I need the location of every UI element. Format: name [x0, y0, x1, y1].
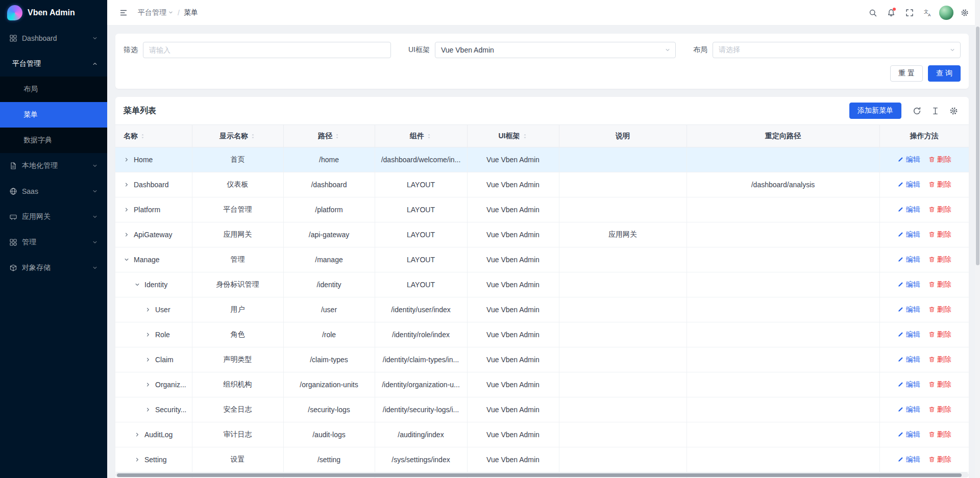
column-header-4[interactable]: 组件: [375, 125, 467, 147]
sidebar-item-manage[interactable]: 管理: [0, 230, 107, 255]
table-row-User[interactable]: User用户/user/identity/user/indexVue Vben …: [115, 297, 969, 322]
edit-link[interactable]: 编辑: [897, 255, 920, 264]
fullscreen-button[interactable]: [901, 5, 918, 21]
expand-caret[interactable]: [145, 332, 151, 338]
table-row-Setting[interactable]: Setting设置/setting/sys/settings/indexVue …: [115, 447, 969, 472]
edit-link[interactable]: 编辑: [897, 355, 920, 364]
filter-select-2[interactable]: Vue Vben Admin: [435, 42, 676, 58]
delete-link[interactable]: 删除: [928, 205, 951, 214]
logo[interactable]: Vben Admin: [0, 0, 107, 26]
table-row-Claim[interactable]: Claim声明类型/claim-types/identity/claim-typ…: [115, 347, 969, 372]
delete-link[interactable]: 删除: [928, 430, 951, 439]
delete-link[interactable]: 删除: [928, 155, 951, 164]
add-menu-button[interactable]: 添加新菜单: [849, 103, 901, 119]
table-row-Home[interactable]: Home首页/home/dashboard/welcome/in...Vue V…: [115, 147, 969, 172]
column-header-3[interactable]: 路径: [283, 125, 375, 147]
table-row-Manage[interactable]: Manage管理/manageLAYOUTVue Vben Admin编辑删除: [115, 247, 969, 272]
cell-description: [559, 147, 687, 172]
breadcrumb-item-2[interactable]: 菜单: [184, 8, 198, 17]
settings-button[interactable]: [957, 5, 973, 21]
table-row-Dashboard[interactable]: Dashboard仪表板/dashboardLAYOUTVue Vben Adm…: [115, 172, 969, 197]
sidebar-collapse-button[interactable]: [115, 5, 132, 21]
table-row-Identity[interactable]: Identity身份标识管理/identityLAYOUTVue Vben Ad…: [115, 272, 969, 297]
edit-link[interactable]: 编辑: [897, 380, 920, 389]
sidebar-item-saas[interactable]: Saas: [0, 179, 107, 204]
column-header-5[interactable]: UI框架: [467, 125, 559, 147]
expand-caret[interactable]: [145, 357, 151, 363]
sort-control[interactable]: [140, 133, 145, 140]
search-button[interactable]: 查 询: [928, 65, 961, 82]
edit-link[interactable]: 编辑: [897, 330, 920, 339]
sidebar-item-api-gateway[interactable]: 应用网关: [0, 204, 107, 230]
collapse-caret[interactable]: [134, 282, 140, 288]
delete-link[interactable]: 删除: [928, 305, 951, 314]
sort-control[interactable]: [250, 133, 256, 140]
column-header-2[interactable]: 显示名称: [192, 125, 283, 147]
filter-input[interactable]: [143, 42, 391, 58]
vertical-scrollbar[interactable]: [975, 0, 980, 478]
language-button[interactable]: 文A: [920, 5, 936, 21]
collapse-caret[interactable]: [124, 257, 130, 263]
delete-link[interactable]: 删除: [928, 330, 951, 339]
delete-link[interactable]: 删除: [928, 255, 951, 264]
edit-link[interactable]: 编辑: [897, 280, 920, 289]
cell-component: LAYOUT: [375, 222, 467, 247]
expand-caret[interactable]: [134, 457, 140, 463]
table-row-ApiGateway[interactable]: ApiGateway应用网关/api-gatewayLAYOUTVue Vben…: [115, 222, 969, 247]
edit-link[interactable]: 编辑: [897, 180, 920, 189]
table-row-Role[interactable]: Role角色/role/identity/role/indexVue Vben …: [115, 322, 969, 347]
expand-caret[interactable]: [145, 307, 151, 313]
row-height-button[interactable]: [928, 104, 942, 118]
user-avatar-button[interactable]: [938, 5, 954, 21]
expand-caret[interactable]: [124, 157, 130, 163]
edit-link[interactable]: 编辑: [897, 430, 920, 439]
table-settings-button[interactable]: [946, 104, 961, 118]
expand-caret[interactable]: [145, 382, 151, 388]
cell-component: /dashboard/welcome/in...: [375, 147, 467, 172]
sidebar-subitem-布局[interactable]: 布局: [0, 77, 107, 102]
refresh-button[interactable]: [910, 104, 924, 118]
delete-link[interactable]: 删除: [928, 180, 951, 189]
table-row-Platform[interactable]: Platform平台管理/platformLAYOUTVue Vben Admi…: [115, 197, 969, 222]
edit-link[interactable]: 编辑: [897, 205, 920, 214]
table-row-Security[interactable]: Security...安全日志/security-logs/identity/s…: [115, 397, 969, 422]
vertical-scrollbar-thumb[interactable]: [976, 27, 979, 265]
sort-control[interactable]: [334, 133, 340, 140]
table-row-Organiz[interactable]: Organiz...组织机构/organization-units/identi…: [115, 372, 969, 397]
sidebar-item-platform[interactable]: 平台管理: [0, 51, 107, 77]
sort-control[interactable]: [426, 133, 432, 140]
notifications-button[interactable]: [883, 5, 899, 21]
reset-button[interactable]: 重 置: [890, 65, 923, 82]
delete-link[interactable]: 删除: [928, 230, 951, 239]
horizontal-scrollbar[interactable]: [115, 472, 969, 477]
edit-link[interactable]: 编辑: [897, 230, 920, 239]
expand-caret[interactable]: [124, 207, 130, 213]
delete-link[interactable]: 删除: [928, 455, 951, 464]
delete-link[interactable]: 删除: [928, 380, 951, 389]
column-header-1[interactable]: 名称: [115, 125, 192, 147]
expand-caret[interactable]: [124, 232, 130, 238]
sort-control[interactable]: [522, 133, 528, 140]
expand-caret[interactable]: [145, 407, 151, 413]
expand-caret[interactable]: [124, 182, 130, 188]
row-name-text: ApiGateway: [134, 231, 172, 239]
sidebar-subitem-数据字典[interactable]: 数据字典: [0, 128, 107, 153]
search-button[interactable]: [865, 5, 881, 21]
sidebar-item-localization[interactable]: 本地化管理: [0, 153, 107, 179]
table-row-AuditLog[interactable]: AuditLog审计日志/audit-logs/auditing/indexVu…: [115, 422, 969, 447]
cell-display-name: 设置: [192, 447, 283, 472]
horizontal-scrollbar-thumb[interactable]: [117, 473, 962, 477]
edit-link[interactable]: 编辑: [897, 455, 920, 464]
edit-link[interactable]: 编辑: [897, 405, 920, 414]
delete-link[interactable]: 删除: [928, 355, 951, 364]
sidebar-item-object-storage[interactable]: 对象存储: [0, 255, 107, 281]
delete-link[interactable]: 删除: [928, 405, 951, 414]
sidebar-subitem-菜单[interactable]: 菜单: [0, 102, 107, 128]
breadcrumb-item-1[interactable]: 平台管理: [138, 8, 174, 17]
delete-link[interactable]: 删除: [928, 280, 951, 289]
edit-link[interactable]: 编辑: [897, 155, 920, 164]
edit-link[interactable]: 编辑: [897, 305, 920, 314]
expand-caret[interactable]: [134, 432, 140, 438]
filter-select-3[interactable]: 请选择: [713, 42, 961, 58]
sidebar-item-dashboard[interactable]: Dashboard: [0, 26, 107, 51]
